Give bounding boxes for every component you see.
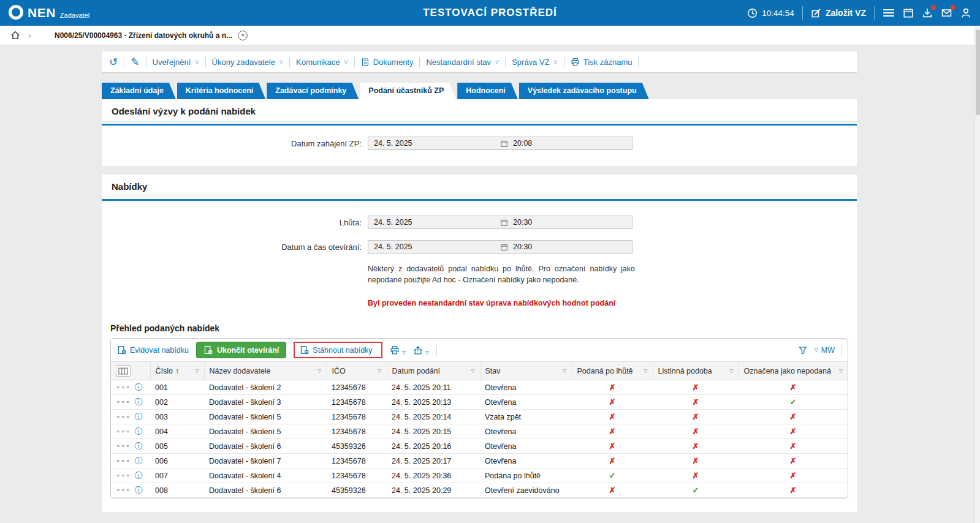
col-podana-po-lhute[interactable]: Podaná po lhůtě ▽ [572, 362, 653, 380]
history-icon[interactable]: ↺ [109, 57, 118, 67]
row-menu-icon[interactable]: ∘∘∘ [116, 427, 131, 435]
create-vz-button[interactable]: Založit VZ [811, 8, 866, 18]
cell-status: Otevřena [480, 439, 572, 454]
filter-icon[interactable]: ▽ [729, 368, 733, 374]
calendar-icon[interactable] [500, 140, 508, 148]
menu-tisk-zaznamu[interactable]: Tisk záznamu [571, 58, 632, 67]
table-row[interactable]: ∘∘∘ⓘ002Dodavatel - školení 31234567824. … [111, 395, 848, 410]
user-button[interactable] [960, 7, 971, 18]
menu-dokumenty[interactable]: Dokumenty [361, 58, 414, 67]
register-offer-button[interactable]: Evidovat nabídku [117, 345, 189, 355]
calendar-button[interactable] [903, 7, 914, 18]
document-download-icon [300, 345, 309, 355]
row-menu-icon[interactable]: ∘∘∘ [116, 398, 131, 406]
nen-logo[interactable]: NEN Zadavatel [9, 5, 89, 21]
table-row[interactable]: ∘∘∘ⓘ001Dodavatel - školení 21234567824. … [111, 380, 848, 395]
column-label: Datum podání [392, 367, 441, 375]
col-oznacena-jako-nepodana[interactable]: Označena jako nepodaná ▽ [739, 362, 848, 380]
hamburger-icon [883, 8, 895, 18]
downloads-button[interactable] [922, 7, 933, 18]
col-ico[interactable]: IČO ▽ [327, 362, 387, 380]
cell-submitted: 24. 5. 2025 20:17 [387, 454, 480, 468]
finish-opening-button[interactable]: Ukončit otevírání [196, 342, 286, 358]
edit-icon[interactable]: ✎ [131, 57, 139, 67]
cell-paper: ✗ [653, 439, 739, 454]
row-info-icon[interactable]: ⓘ [135, 427, 143, 435]
filter-icon[interactable]: ▽ [195, 368, 199, 374]
cross-icon: ✗ [693, 442, 699, 451]
col-datum-podani[interactable]: Datum podání ▽ [387, 362, 480, 380]
row-menu-icon[interactable]: ∘∘∘ [116, 486, 131, 494]
table-row[interactable]: ∘∘∘ⓘ008Dodavatel - školení 64535932624. … [111, 483, 848, 498]
page-scrollbar[interactable] [974, 26, 980, 523]
row-info-icon[interactable]: ⓘ [135, 457, 143, 465]
filter-icon[interactable]: ▽ [563, 368, 566, 374]
cell-number: 005 [150, 439, 204, 454]
menu-sprava-vz[interactable]: Správa VZ ▽ [512, 58, 558, 67]
row-info-icon[interactable]: ⓘ [135, 486, 143, 494]
menu-uverejneni[interactable]: Uveřejnění ▽ [153, 58, 199, 67]
filter-icon[interactable]: ▽ [317, 368, 321, 374]
row-menu-icon[interactable]: ∘∘∘ [116, 472, 131, 480]
column-settings-button[interactable] [116, 365, 131, 377]
oteviran-input[interactable]: 24. 5. 2025 20:30 [368, 240, 632, 254]
toolbar-divider [436, 345, 437, 355]
table-row[interactable]: ∘∘∘ⓘ006Dodavatel - školení 71234567824. … [111, 454, 848, 468]
row-menu-icon[interactable]: ∘∘∘ [116, 383, 131, 391]
export-table-button[interactable]: ▽ [413, 345, 429, 355]
filter-icon[interactable]: ▽ [644, 368, 647, 374]
datum-zahajeni-input[interactable]: 24. 5. 2025 20:08 [368, 137, 632, 150]
calendar-icon[interactable] [500, 243, 508, 251]
cell-marked-not-submitted: ✗ [739, 439, 848, 454]
filter-icon[interactable] [798, 345, 808, 355]
scrollbar-thumb[interactable] [976, 29, 980, 115]
col-stav[interactable]: Stav ▽ [480, 362, 572, 380]
col-listinna-podoba[interactable]: Listinná podoba ▽ [653, 362, 739, 380]
table-row[interactable]: ∘∘∘ⓘ005Dodavatel - školení 64535932624. … [111, 439, 848, 454]
col-cislo[interactable]: Číslo ↑ ▽ [150, 362, 204, 380]
main-menu-button[interactable] [883, 8, 895, 18]
tab-zadavaci-podminky[interactable]: Zadávací podmínky [267, 83, 359, 99]
tab-podani-ucastniku-zp[interactable]: Podání účastníků ZP [360, 83, 456, 99]
filter-icon[interactable]: ▽ [378, 368, 381, 374]
record-tab[interactable]: N006/25/V00004963 - Zřízení datových okr… [39, 31, 250, 40]
tab-kriteria-hodnoceni[interactable]: Kritéria hodnocení [177, 83, 265, 99]
lhuta-input[interactable]: 24. 5. 2025 20:30 [368, 216, 632, 229]
table-row[interactable]: ∘∘∘ⓘ007Dodavatel - školení 41234567824. … [111, 468, 848, 483]
mw-view-button[interactable]: ▽ MW [814, 346, 835, 355]
cell-number: 007 [150, 468, 204, 483]
table-row[interactable]: ∘∘∘ⓘ003Dodavatel - školení 51234567824. … [111, 410, 848, 424]
row-info-icon[interactable]: ⓘ [135, 413, 143, 421]
cross-icon: ✗ [693, 383, 699, 392]
table-row[interactable]: ∘∘∘ⓘ004Dodavatel - školení 51234567824. … [111, 424, 848, 439]
messages-button[interactable] [941, 7, 952, 18]
close-icon[interactable]: ✕ [238, 31, 248, 40]
row-info-icon[interactable]: ⓘ [135, 442, 143, 450]
document-add-icon [117, 345, 126, 355]
row-menu-icon[interactable]: ∘∘∘ [116, 457, 131, 465]
section-title: Nabídky [102, 175, 857, 197]
cell-ico: 12345678 [327, 424, 387, 439]
toolbar-divider [205, 57, 206, 67]
toolbar-divider [638, 57, 639, 67]
menu-nestandardni-stav[interactable]: Nestandardní stav ▽ [426, 58, 499, 67]
col-nazev-dodavatele[interactable]: Název dodavatele ▽ [204, 362, 327, 380]
row-info-icon[interactable]: ⓘ [135, 398, 143, 406]
download-offers-button[interactable]: Stáhnout nabídky [300, 345, 372, 355]
tab-vysledek-zadavaciho-postupu[interactable]: Výsledek zadávacího postupu [519, 83, 649, 99]
filter-icon[interactable]: ▽ [839, 368, 843, 374]
row-info-icon[interactable]: ⓘ [135, 472, 143, 480]
cell-paper: ✗ [653, 468, 739, 483]
home-button[interactable] [10, 30, 21, 40]
row-menu-icon[interactable]: ∘∘∘ [116, 442, 131, 450]
clock: 10:44:54 [747, 8, 794, 18]
row-info-icon[interactable]: ⓘ [135, 383, 143, 391]
tab-zakladni-udaje[interactable]: Základní údaje [102, 83, 176, 99]
tab-hodnoceni[interactable]: Hodnocení [457, 83, 518, 99]
row-menu-icon[interactable]: ∘∘∘ [116, 413, 131, 421]
menu-komunikace[interactable]: Komunikace ▽ [296, 58, 348, 67]
filter-icon[interactable]: ▽ [471, 368, 474, 374]
menu-ukony-zadavatele[interactable]: Úkony zadavatele ▽ [212, 58, 284, 67]
calendar-icon[interactable] [500, 219, 508, 227]
print-table-button[interactable]: ▽ [390, 345, 406, 355]
